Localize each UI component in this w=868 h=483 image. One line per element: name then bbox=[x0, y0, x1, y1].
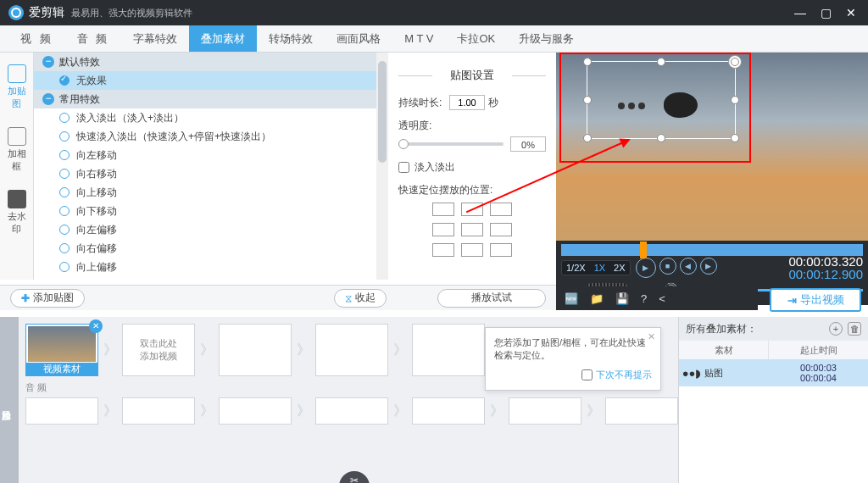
sidebar-frame[interactable]: 加相框 bbox=[3, 122, 31, 178]
effect-item[interactable]: 向左移动 bbox=[34, 146, 388, 164]
resize-handle[interactable] bbox=[583, 134, 592, 142]
effect-item[interactable]: 淡入淡出（淡入+淡出） bbox=[34, 108, 388, 127]
resize-handle[interactable] bbox=[731, 96, 739, 104]
effect-item[interactable]: 快速淡入淡出（快速淡入+停留+快速淡出） bbox=[34, 127, 388, 146]
tooltip-text: 您若添加了贴图/相框，可在此处快速检索与定位。 bbox=[494, 336, 652, 362]
slider-knob[interactable] bbox=[398, 139, 409, 149]
pos-ml[interactable] bbox=[432, 223, 454, 236]
effect-item[interactable]: 向右偏移 bbox=[34, 239, 388, 258]
radio-icon bbox=[59, 113, 70, 123]
audio-clip[interactable] bbox=[509, 397, 581, 425]
app-subtitle: 最易用、强大的视频剪辑软件 bbox=[71, 7, 192, 19]
sticker-bounds[interactable]: ✕ bbox=[587, 61, 736, 139]
pos-tl[interactable] bbox=[432, 203, 454, 216]
add-clip-placeholder[interactable]: 双击此处 添加视频 bbox=[122, 324, 195, 376]
bird-sticker[interactable] bbox=[664, 92, 698, 118]
frame-icon bbox=[8, 127, 26, 146]
tab-overlay[interactable]: 叠加素材 bbox=[189, 25, 257, 52]
pos-mr[interactable] bbox=[490, 223, 512, 236]
delete-overlay-button[interactable]: 🗑 bbox=[848, 322, 861, 336]
stop-button[interactable]: ■ bbox=[659, 258, 676, 275]
pos-bl[interactable] bbox=[432, 243, 454, 257]
new-icon[interactable]: 🆕 bbox=[565, 292, 578, 305]
tab-mtv[interactable]: M T V bbox=[392, 25, 445, 52]
open-icon[interactable]: 📁 bbox=[590, 292, 604, 305]
collapse-button[interactable]: ⧖收起 bbox=[334, 289, 387, 308]
speed-2x[interactable]: 2X bbox=[609, 261, 629, 275]
effect-item[interactable]: 向下移动 bbox=[34, 202, 388, 220]
tab-transition[interactable]: 转场特效 bbox=[257, 25, 325, 52]
speed-1x[interactable]: 1X bbox=[590, 261, 609, 275]
tab-karaoke[interactable]: 卡拉OK bbox=[445, 25, 507, 52]
effect-item[interactable]: 向左偏移 bbox=[34, 220, 388, 239]
sidebar-watermark[interactable]: 去水印 bbox=[3, 185, 31, 241]
fade-checkbox[interactable] bbox=[398, 162, 409, 173]
scroll-thumb[interactable] bbox=[378, 61, 387, 163]
sidebar-sticker[interactable]: 加贴图 bbox=[3, 59, 31, 115]
resize-handle[interactable] bbox=[731, 58, 739, 66]
opacity-slider[interactable] bbox=[398, 142, 504, 146]
share-icon[interactable]: < bbox=[659, 292, 665, 305]
watermark-icon bbox=[8, 190, 26, 208]
resize-handle[interactable] bbox=[583, 96, 592, 104]
empty-clip[interactable] bbox=[315, 324, 388, 376]
play-button[interactable]: ▶ bbox=[636, 258, 656, 278]
next-frame-button[interactable]: ▶ bbox=[700, 258, 717, 275]
audio-clip[interactable] bbox=[412, 397, 485, 425]
resize-handle[interactable] bbox=[657, 58, 665, 66]
arrow-icon: 》 bbox=[103, 341, 117, 359]
pos-br[interactable] bbox=[490, 243, 512, 257]
duration-input[interactable] bbox=[449, 95, 485, 110]
prev-frame-button[interactable]: ◀ bbox=[680, 258, 697, 275]
effect-item[interactable]: 向右移动 bbox=[34, 164, 388, 183]
dont-show-checkbox[interactable] bbox=[581, 369, 593, 380]
add-sticker-button[interactable]: ✚添加贴图 bbox=[10, 289, 85, 308]
export-button[interactable]: ⇥导出视频 bbox=[770, 288, 861, 312]
pos-tr[interactable] bbox=[490, 203, 512, 216]
maximize-button[interactable]: ▢ bbox=[817, 4, 834, 21]
audio-clip[interactable] bbox=[122, 397, 195, 425]
empty-clip[interactable] bbox=[219, 324, 292, 376]
titlebar: 爱剪辑 最易用、强大的视频剪辑软件 — ▢ ✕ bbox=[0, 0, 868, 25]
resize-handle[interactable] bbox=[583, 58, 592, 66]
middle-toolbar: ✚添加贴图 ⧖收起 播放试试 bbox=[0, 285, 556, 310]
empty-clip[interactable] bbox=[412, 324, 485, 376]
effect-none[interactable]: 无效果 bbox=[34, 71, 388, 90]
add-overlay-button[interactable]: + bbox=[829, 322, 843, 336]
tooltip-close-icon[interactable]: ✕ bbox=[648, 331, 655, 342]
speed-half[interactable]: 1/2X bbox=[562, 261, 590, 275]
scrubber[interactable] bbox=[561, 244, 863, 256]
main-tabs: 视 频 音 频 字幕特效 叠加素材 转场特效 画面风格 M T V 卡拉OK 升… bbox=[0, 25, 868, 53]
close-button[interactable]: ✕ bbox=[843, 4, 860, 21]
audio-clip[interactable] bbox=[25, 397, 98, 425]
remove-clip-icon[interactable]: ✕ bbox=[89, 319, 103, 333]
effects-list: −默认特效 无效果 −常用特效 淡入淡出（淡入+淡出） 快速淡入淡出（快速淡入+… bbox=[34, 53, 388, 280]
scrollbar[interactable] bbox=[376, 53, 388, 280]
group-default[interactable]: −默认特效 bbox=[34, 53, 388, 71]
tab-audio[interactable]: 音 频 bbox=[65, 25, 122, 52]
pos-bc[interactable] bbox=[461, 243, 483, 257]
audio-clip[interactable] bbox=[315, 397, 388, 425]
group-common[interactable]: −常用特效 bbox=[34, 90, 388, 108]
help-icon[interactable]: ? bbox=[641, 292, 647, 305]
tab-video[interactable]: 视 频 bbox=[8, 25, 65, 52]
minimize-button[interactable]: — bbox=[792, 4, 809, 21]
effect-item[interactable]: 向上偏移 bbox=[34, 258, 388, 276]
tab-style[interactable]: 画面风格 bbox=[325, 25, 392, 52]
play-test-button[interactable]: 播放试试 bbox=[437, 289, 546, 308]
resize-handle[interactable] bbox=[657, 134, 665, 142]
playhead[interactable] bbox=[640, 242, 647, 258]
tab-subtitle[interactable]: 字幕特效 bbox=[121, 25, 189, 52]
effect-item[interactable]: 向上移动 bbox=[34, 183, 388, 202]
radio-icon bbox=[59, 206, 70, 216]
pos-mc[interactable] bbox=[461, 223, 483, 236]
video-clip[interactable]: 视频素材 ✕ bbox=[25, 324, 98, 376]
audio-clip[interactable] bbox=[605, 397, 678, 425]
settings-title: 贴图设置 bbox=[398, 68, 546, 83]
arrow-icon: 》 bbox=[393, 341, 407, 359]
resize-handle[interactable] bbox=[731, 134, 739, 142]
audio-clip[interactable] bbox=[219, 397, 292, 425]
tab-upgrade[interactable]: 升级与服务 bbox=[507, 25, 586, 52]
overlay-row[interactable]: ●●◗ 贴图 00:00:0300:00:04 bbox=[679, 359, 868, 386]
save-icon[interactable]: 💾 bbox=[615, 292, 629, 305]
